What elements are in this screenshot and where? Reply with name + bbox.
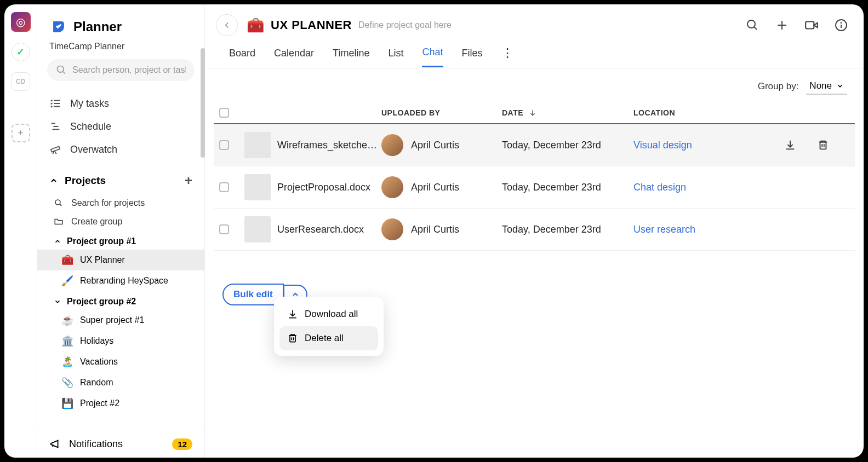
add-workspace-button[interactable]: + (12, 124, 30, 142)
col-location[interactable]: LOCATION (633, 108, 784, 117)
chevron-left-icon (222, 20, 232, 30)
table-row[interactable]: UserResearch.docx April Curtis Today, De… (214, 209, 855, 251)
header-video-button[interactable] (804, 18, 819, 32)
tab-files[interactable]: Files (462, 48, 483, 67)
project-rebranding[interactable]: 🖌️ Rebranding HeySpace (37, 270, 204, 291)
project-label: Holidays (80, 336, 113, 346)
tab-calendar[interactable]: Calendar (274, 48, 314, 67)
svg-line-11 (60, 204, 61, 206)
file-date: Today, December 23rd (502, 182, 633, 193)
add-project-button[interactable]: + (185, 173, 192, 188)
tab-board[interactable]: Board (229, 48, 255, 67)
tab-more-button[interactable]: ⋮ (501, 46, 513, 68)
nav-overwatch[interactable]: Overwatch (37, 138, 204, 161)
notifications[interactable]: Notifications 12 (37, 430, 204, 458)
sidebar-search[interactable] (47, 59, 195, 81)
brand-title: Planner (73, 19, 122, 34)
row-checkbox[interactable] (219, 182, 229, 192)
svg-point-12 (747, 20, 755, 28)
header-info-button[interactable] (834, 18, 848, 32)
search-projects-label: Search for projects (71, 198, 145, 208)
project-vacations[interactable]: 🏝️ Vacations (37, 351, 204, 372)
trash-icon (817, 139, 829, 151)
back-button[interactable] (216, 14, 238, 36)
search-projects[interactable]: Search for projects (37, 194, 204, 212)
table-row[interactable]: ProjectProposal.docx April Curtis Today,… (214, 166, 855, 209)
avatar (381, 176, 403, 198)
sidebar: Planner TimeCamp Planner My tasks Schedu… (37, 4, 205, 458)
notifications-label: Notifications (69, 438, 123, 450)
groupby-select[interactable]: None (806, 78, 847, 95)
view-tabs: Board Calendar Timeline List Chat Files … (205, 38, 864, 68)
file-name: UserResearch.docx (277, 224, 381, 235)
megaphone-icon (49, 438, 61, 450)
projects-header[interactable]: Projects + (37, 164, 204, 194)
file-thumbnail (244, 132, 271, 158)
table-header: UPLOADED BY DATE LOCATION (214, 102, 855, 124)
sidebar-search-input[interactable] (72, 65, 186, 75)
menu-download-all-label: Download all (305, 309, 358, 320)
project-label: UX Planner (80, 255, 125, 265)
palm-icon: 🏝️ (61, 356, 73, 368)
svg-line-1 (63, 72, 65, 74)
app-icon-check[interactable]: ✓ (12, 43, 30, 61)
nav-my-tasks[interactable]: My tasks (37, 92, 204, 115)
sidebar-scrollbar[interactable] (201, 48, 205, 158)
bulk-edit-menu: Download all Delete all (274, 297, 384, 356)
svg-point-10 (55, 200, 60, 205)
brush-icon: 🖌️ (61, 275, 73, 287)
nav-schedule[interactable]: Schedule (37, 115, 204, 138)
nav-schedule-label: Schedule (70, 121, 111, 132)
file-location-link[interactable]: Chat design (633, 182, 784, 193)
brand-row: Planner (37, 4, 204, 42)
file-location-link[interactable]: Visual design (633, 140, 784, 151)
header-search-button[interactable] (745, 18, 760, 32)
svg-point-0 (58, 66, 64, 73)
app-icon-target[interactable]: ◎ (11, 12, 31, 32)
col-date[interactable]: DATE (502, 108, 633, 117)
app-icon-cd[interactable]: CD (12, 72, 30, 91)
uploader-name: April Curtis (411, 224, 459, 235)
search-icon (56, 65, 67, 76)
project-2[interactable]: 💾 Project #2 (37, 393, 204, 414)
download-icon (287, 309, 298, 320)
planner-logo-icon (49, 18, 68, 36)
file-location-link[interactable]: User research (633, 224, 784, 235)
create-group[interactable]: Create group (37, 212, 204, 231)
svg-point-20 (841, 22, 842, 23)
chevron-down-icon (54, 298, 61, 305)
menu-download-all[interactable]: Download all (279, 302, 378, 326)
main: 🧰 UX PLANNER Define project goal here Bo… (205, 4, 864, 458)
telescope-icon (49, 143, 61, 155)
table-row[interactable]: Wireframes_sketche… April Curtis Today, … (214, 124, 855, 166)
download-icon (784, 139, 796, 151)
project-ux-planner[interactable]: 🧰 UX Planner (37, 250, 204, 270)
arrow-down-icon (529, 109, 536, 117)
group-1-header[interactable]: Project group #1 (37, 231, 204, 250)
uploader-name: April Curtis (411, 140, 459, 151)
row-checkbox[interactable] (219, 224, 229, 234)
group-2-header[interactable]: Project group #2 (37, 291, 204, 310)
menu-delete-all[interactable]: Delete all (279, 326, 378, 350)
gantt-icon (49, 120, 61, 132)
app-rail: ◎ ✓ CD + (4, 4, 37, 458)
tab-timeline[interactable]: Timeline (333, 48, 369, 67)
file-name: Wireframes_sketche… (277, 140, 381, 151)
info-icon (835, 19, 848, 32)
project-icon: 🧰 (247, 17, 264, 34)
row-checkbox[interactable] (219, 140, 229, 150)
project-goal-placeholder[interactable]: Define project goal here (358, 20, 452, 30)
tab-list[interactable]: List (388, 48, 403, 67)
project-holidays[interactable]: 🏛️ Holidays (37, 331, 204, 351)
project-random[interactable]: 📎 Random (37, 372, 204, 393)
select-all-checkbox[interactable] (219, 108, 229, 118)
header-add-button[interactable] (775, 18, 789, 32)
building-icon: 🏛️ (61, 335, 73, 347)
delete-button[interactable] (816, 138, 830, 152)
plus-icon (775, 19, 789, 32)
download-button[interactable] (784, 138, 797, 152)
project-super[interactable]: ☕ Super project #1 (37, 310, 204, 331)
col-uploaded-by[interactable]: UPLOADED BY (381, 108, 502, 117)
tab-chat[interactable]: Chat (422, 47, 443, 67)
folder-icon (54, 217, 64, 227)
